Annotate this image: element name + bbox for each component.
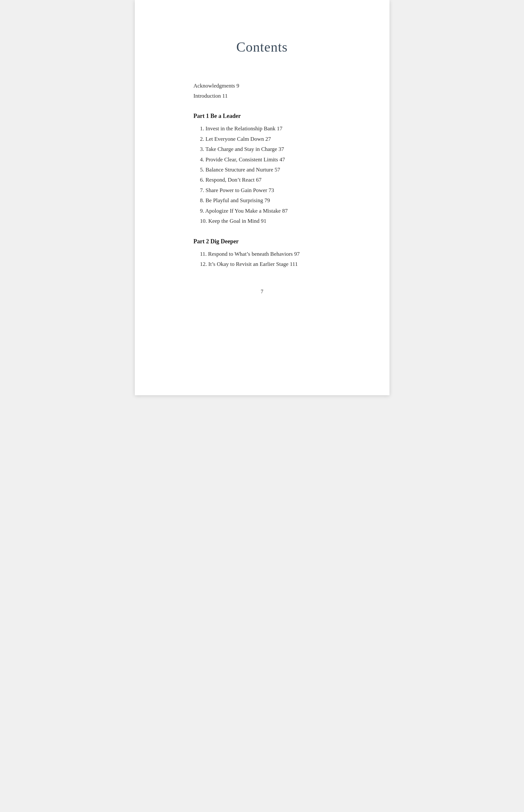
- toc-item: 4. Provide Clear, Consistent Limits 47: [194, 155, 331, 165]
- toc-item: 11. Respond to What’s beneath Behaviors …: [194, 249, 331, 259]
- part-heading: Part 2 Dig Deeper: [194, 238, 331, 245]
- book-page: Contents Acknowledgments 9Introduction 1…: [135, 0, 390, 395]
- toc-item: 12. It’s Okay to Revisit an Earlier Stag…: [194, 259, 331, 269]
- page-number-footer: 7: [194, 289, 331, 295]
- part-heading: Part 1 Be a Leader: [194, 113, 331, 119]
- toc-list: 11. Respond to What’s beneath Behaviors …: [194, 249, 331, 270]
- toc-item: 2. Let Everyone Calm Down 27: [194, 134, 331, 144]
- part-section: Part 2 Dig Deeper11. Respond to What’s b…: [194, 238, 331, 270]
- front-matter-section: Acknowledgments 9Introduction 11: [194, 81, 331, 101]
- toc-list: 1. Invest in the Relationship Bank 172. …: [194, 124, 331, 226]
- toc-item: 1. Invest in the Relationship Bank 17: [194, 124, 331, 134]
- toc-item: 7. Share Power to Gain Power 73: [194, 185, 331, 195]
- toc-item: 10. Keep the Goal in Mind 91: [194, 216, 331, 226]
- parts-container: Part 1 Be a Leader1. Invest in the Relat…: [194, 113, 331, 269]
- toc-item: 6. Respond, Don’t React 67: [194, 175, 331, 185]
- toc-item: 8. Be Playful and Surprising 79: [194, 195, 331, 206]
- front-matter-item: Acknowledgments 9: [194, 81, 331, 91]
- toc-item: 5. Balance Structure and Nurture 57: [194, 165, 331, 175]
- toc-item: 9. Apologize If You Make a Mistake 87: [194, 206, 331, 216]
- toc-item: 3. Take Charge and Stay in Charge 37: [194, 144, 331, 154]
- part-section: Part 1 Be a Leader1. Invest in the Relat…: [194, 113, 331, 226]
- page-title: Contents: [194, 39, 331, 55]
- front-matter-item: Introduction 11: [194, 91, 331, 101]
